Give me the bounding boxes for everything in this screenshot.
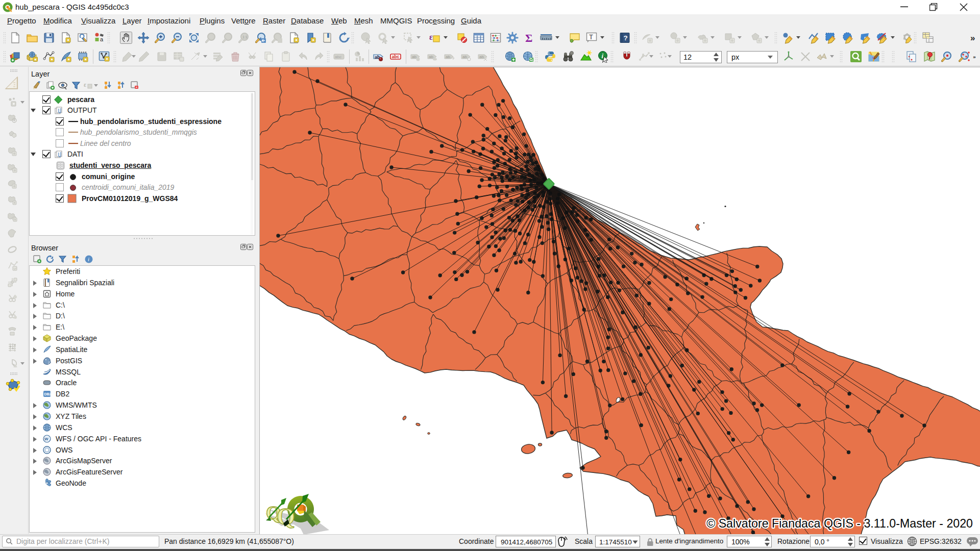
svg-text:ab: ab [462,55,467,59]
svg-text:»: » [973,54,976,60]
svg-text:i: i [88,256,89,262]
svg-text:ab: ab [479,55,484,59]
svg-text:?: ? [624,34,628,42]
svg-text:© Salvatore Fiandaca QGIS - 3.: © Salvatore Fiandaca QGIS - 3.11.0-Maste… [706,517,973,530]
svg-text:1:1: 1:1 [242,35,248,39]
svg-text:abc: abc [335,55,341,59]
svg-text:abc: abc [392,54,400,59]
svg-text:i: i [602,52,604,60]
svg-text:W: W [44,437,48,441]
svg-text:ε: ε [429,33,433,41]
svg-text:ab: ab [412,55,416,59]
svg-text:a: a [100,36,104,42]
svg-text:T: T [589,33,593,41]
svg-text:»: » [970,33,975,43]
svg-text:DB2: DB2 [44,392,52,396]
svg-text:Σ: Σ [525,32,532,44]
svg-text:ε: ε [84,81,86,88]
svg-text:ab: ab [429,55,433,59]
svg-text:ab: ab [446,55,450,59]
